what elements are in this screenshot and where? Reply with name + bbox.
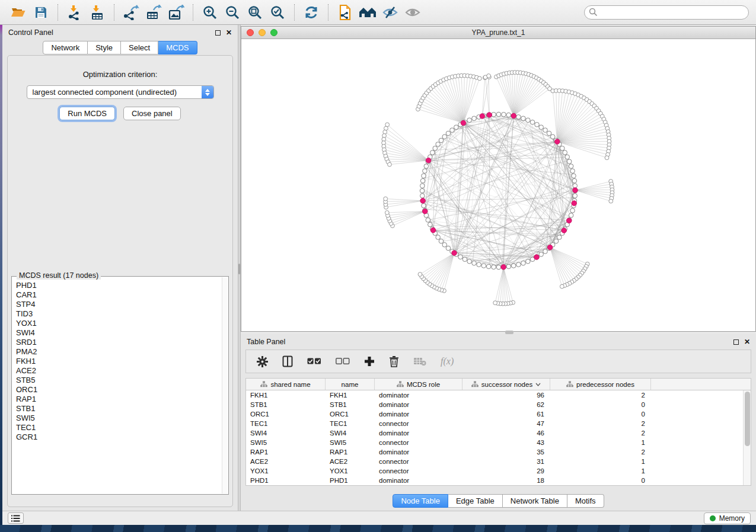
table-row[interactable]: SWI5SWI5connector431 — [246, 438, 751, 447]
node-table[interactable]: shared namenameMCDS rolesuccessor nodesp… — [245, 378, 751, 486]
tab-network[interactable]: Network — [43, 41, 88, 55]
table-row[interactable]: TEC1TEC1connector472 — [246, 419, 751, 428]
mcds-node-item[interactable]: STB1 — [16, 404, 222, 414]
refresh-button[interactable] — [300, 3, 323, 22]
table-cell[interactable]: 35 — [462, 447, 550, 457]
zoom-fit-button[interactable] — [244, 3, 266, 22]
float-panel-icon[interactable] — [733, 339, 739, 345]
mcds-node-item[interactable]: STP4 — [16, 300, 222, 309]
table-scrollbar-thumb[interactable] — [745, 392, 750, 446]
mcds-result-list[interactable]: PHD1CAR1STP4TID3YOX1SWI4SRD1PMA2FKH1ACE2… — [12, 278, 222, 493]
table-row[interactable]: ACE2ACE2connector311 — [246, 457, 751, 466]
save-session-button[interactable] — [30, 3, 52, 22]
mcds-node-item[interactable]: GCR1 — [16, 432, 222, 442]
mcds-node-item[interactable]: CAR1 — [16, 290, 222, 300]
add-column-button[interactable] — [364, 356, 375, 367]
table-cell[interactable]: 1 — [550, 457, 651, 466]
table-cell[interactable]: YOX1 — [246, 466, 326, 476]
table-cell[interactable]: FKH1 — [326, 390, 375, 400]
table-cell[interactable]: 47 — [462, 419, 550, 428]
select-all-button[interactable] — [307, 358, 321, 365]
table-cell[interactable]: connector — [375, 419, 462, 428]
zoom-selected-button[interactable] — [266, 3, 289, 22]
import-network-button[interactable] — [63, 3, 86, 22]
table-cell[interactable]: 61 — [462, 409, 550, 419]
table-cell[interactable]: 18 — [462, 476, 550, 485]
table-row[interactable]: ORC1ORC1dominator610 — [246, 409, 751, 419]
mcds-node-item[interactable]: SWI4 — [16, 328, 222, 338]
network-window-titlebar[interactable]: YPA_prune.txt_1 — [241, 27, 755, 39]
table-row[interactable]: STB1STB1dominator620 — [246, 400, 751, 409]
table-cell[interactable]: YOX1 — [326, 466, 375, 476]
column-header-MCDS-role[interactable]: MCDS role — [375, 379, 462, 390]
table-row[interactable]: SWI4SWI4dominator462 — [246, 428, 751, 438]
mcds-result-scrollbar[interactable] — [222, 277, 228, 493]
table-cell[interactable]: 96 — [462, 390, 550, 400]
zoom-out-button[interactable] — [221, 3, 244, 22]
delete-column-button[interactable] — [389, 355, 399, 367]
run-mcds-button[interactable]: Run MCDS — [59, 107, 115, 120]
mcds-node-item[interactable]: SWI5 — [16, 414, 222, 423]
tab-style[interactable]: Style — [88, 41, 121, 55]
table-cell[interactable]: 31 — [462, 457, 550, 466]
table-cell[interactable]: connector — [375, 457, 462, 466]
table-cell[interactable]: RAP1 — [326, 447, 375, 457]
search-input[interactable] — [598, 7, 748, 18]
table-cell[interactable]: dominator — [375, 428, 462, 438]
table-cell[interactable]: 2 — [550, 390, 651, 400]
mcds-node-item[interactable]: PHD1 — [16, 281, 222, 290]
table-row[interactable]: FKH1FKH1dominator962 — [246, 390, 751, 400]
table-cell[interactable]: ACE2 — [246, 457, 326, 466]
table-cell[interactable]: SWI4 — [246, 428, 326, 438]
table-cell[interactable]: dominator — [375, 390, 462, 400]
table-cell[interactable]: TEC1 — [326, 419, 375, 428]
tab-select[interactable]: Select — [121, 41, 158, 55]
table-cell[interactable]: SWI4 — [326, 428, 375, 438]
mcds-node-item[interactable]: TEC1 — [16, 423, 222, 432]
table-cell[interactable]: connector — [375, 438, 462, 447]
table-cell[interactable]: 0 — [550, 476, 651, 485]
tab-node-table[interactable]: Node Table — [393, 494, 448, 508]
table-cell[interactable]: SWI5 — [246, 438, 326, 447]
table-cell[interactable]: dominator — [375, 409, 462, 419]
mcds-node-item[interactable]: STB5 — [16, 376, 222, 385]
show-all-button[interactable] — [401, 3, 424, 22]
table-cell[interactable]: 0 — [550, 400, 651, 409]
close-panel-icon[interactable]: ✕ — [744, 338, 750, 345]
criterion-dropdown[interactable]: largest connected component (undirected) — [27, 85, 214, 99]
table-cell[interactable]: PHD1 — [246, 476, 326, 485]
column-header-successor-nodes[interactable]: successor nodes — [462, 379, 550, 390]
mcds-node-item[interactable]: YOX1 — [16, 319, 222, 328]
table-cell[interactable]: SWI5 — [326, 438, 375, 447]
home-overview-button[interactable] — [356, 3, 379, 22]
table-row[interactable]: RAP1RAP1dominator352 — [246, 447, 751, 457]
search-box[interactable] — [584, 5, 749, 20]
table-cell[interactable]: TEC1 — [246, 419, 326, 428]
share-document-button[interactable] — [334, 3, 356, 22]
mcds-node-item[interactable]: FKH1 — [16, 357, 222, 366]
table-cell[interactable]: dominator — [375, 447, 462, 457]
splitter-handle[interactable] — [238, 264, 240, 274]
table-row[interactable]: YOX1YOX1connector291 — [246, 466, 751, 476]
column-header-shared-name[interactable]: shared name — [246, 379, 326, 390]
task-history-button[interactable] — [8, 512, 24, 524]
table-row[interactable]: PHD1PHD1dominator180 — [246, 476, 751, 485]
export-image-button[interactable] — [165, 3, 187, 22]
table-cell[interactable]: ACE2 — [326, 457, 375, 466]
export-network-button[interactable] — [120, 3, 142, 22]
tab-network-table[interactable]: Network Table — [503, 494, 567, 508]
minimize-window-icon[interactable] — [259, 29, 266, 36]
network-canvas[interactable] — [241, 39, 755, 331]
tab-edge-table[interactable]: Edge Table — [448, 494, 503, 508]
close-panel-icon[interactable]: ✕ — [226, 29, 232, 36]
table-settings-button[interactable] — [257, 356, 268, 367]
open-file-button[interactable] — [7, 3, 30, 22]
table-cell[interactable]: ORC1 — [246, 409, 326, 419]
table-cell[interactable]: 0 — [550, 409, 651, 419]
table-cell[interactable]: PHD1 — [326, 476, 375, 485]
table-cell[interactable]: 2 — [550, 419, 651, 428]
table-cell[interactable]: dominator — [375, 400, 462, 409]
close-window-icon[interactable] — [247, 29, 254, 36]
table-cell[interactable]: STB1 — [326, 400, 375, 409]
mcds-node-item[interactable]: ACE2 — [16, 366, 222, 376]
